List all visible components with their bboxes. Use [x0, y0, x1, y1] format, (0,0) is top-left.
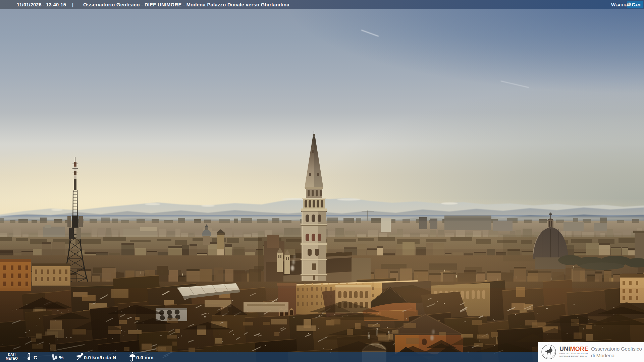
- svg-text:0.0 km/h da N: 0.0 km/h da N: [84, 355, 116, 360]
- svg-text:C: C: [34, 355, 37, 360]
- svg-text:METEO: METEO: [6, 357, 18, 360]
- svg-text:MODENA E REGGIO EMILIA: MODENA E REGGIO EMILIA: [559, 355, 587, 357]
- svg-text:UNIMORE: UNIMORE: [559, 346, 588, 352]
- svg-text:11/01/2026 - 13:40:15: 11/01/2026 - 13:40:15: [17, 2, 66, 7]
- svg-text:UNIVERSITÀ DEGLI STUDI DI: UNIVERSITÀ DEGLI STUDI DI: [559, 352, 588, 355]
- svg-text:|: |: [72, 2, 73, 7]
- svg-text:di Modena: di Modena: [591, 353, 615, 358]
- svg-text:%: %: [59, 355, 63, 360]
- svg-text:Osservatorio Geofisico - DIEF: Osservatorio Geofisico - DIEF UNIMORE - …: [83, 2, 289, 7]
- svg-text:0.0 mm: 0.0 mm: [136, 355, 154, 360]
- svg-text:DATI: DATI: [8, 353, 16, 356]
- svg-text:Osservatorio Geofisico: Osservatorio Geofisico: [591, 346, 642, 352]
